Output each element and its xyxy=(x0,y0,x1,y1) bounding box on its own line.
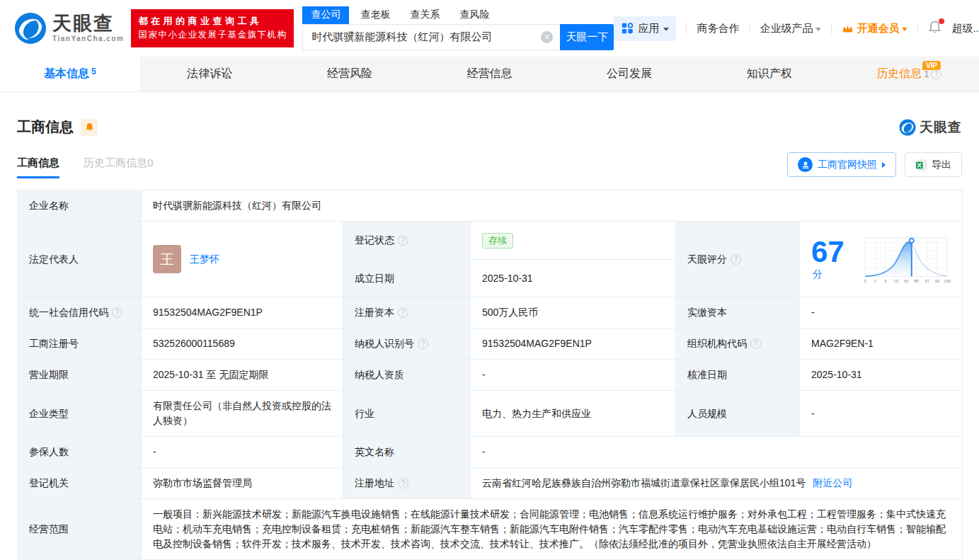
table-row: 法定代表人 王 王梦怀 登记状态? 存续 天眼评分? 67分 xyxy=(18,222,963,260)
watermark-logo: 天眼查 xyxy=(899,118,962,137)
status-badge: 存续 xyxy=(482,233,513,248)
svg-text:15: 15 xyxy=(893,279,898,283)
help-icon[interactable]: ? xyxy=(931,69,941,79)
tab-legal-litigation[interactable]: 法律诉讼 xyxy=(140,57,280,91)
table-row: 参保人数 - 英文名称 - xyxy=(18,437,963,468)
tab-intellectual-property[interactable]: 知识产权 xyxy=(699,57,840,91)
industry-value: 电力、热力生产和供应业 xyxy=(471,391,676,437)
help-icon[interactable]: ? xyxy=(398,235,408,246)
business-term-value: 2025-10-31 至 无固定期限 xyxy=(142,360,343,391)
business-scope-value: 一般项目：新兴能源技术研发；新能源汽车换电设施销售；在线能源计量技术研发；合同能… xyxy=(142,499,963,560)
apps-label: 应用 xyxy=(638,22,659,35)
svg-text:1: 1 xyxy=(874,279,876,283)
table-row: 工商注册号 532526000115689 纳税人识别号? 91532504MA… xyxy=(18,328,963,360)
registered-capital-value: 500万人民币 xyxy=(471,297,676,328)
logo-domain: TianYanCha.com xyxy=(52,35,124,42)
establish-date-label: 成立日期 xyxy=(343,260,471,297)
logo-text: 天眼查 TianYanCha.com xyxy=(52,14,124,42)
table-row: 统一社会信用代码? 91532504MAG2F9EN1P 注册资本? 500万人… xyxy=(18,297,963,328)
company-name-value: 时代骐骥新能源科技（红河）有限公司 xyxy=(142,190,963,222)
avatar[interactable]: 王 xyxy=(153,245,181,273)
staff-size-value: - xyxy=(800,391,963,437)
nav-divider xyxy=(686,23,687,34)
help-icon[interactable]: ? xyxy=(398,307,408,318)
apps-grid-icon xyxy=(621,22,634,35)
help-icon[interactable]: ? xyxy=(750,338,761,349)
export-button[interactable]: 导出 xyxy=(905,152,962,177)
bell-icon xyxy=(85,122,94,132)
score-distribution-chart: 0 1 3 15 50 85 97 99 100 xyxy=(861,231,951,287)
tab-basic-info[interactable]: 基本信息5 xyxy=(0,57,140,91)
nav-super-vip[interactable]: 超级... xyxy=(951,22,979,35)
company-tab-bar: 基本信息5 法律诉讼 经营风险 经营信息 公司发展 知识产权 历史信息1 ? V… xyxy=(0,57,979,92)
search-input[interactable] xyxy=(303,25,560,50)
search-button[interactable]: 天眼一下 xyxy=(560,24,614,50)
nav-divider xyxy=(917,23,918,34)
legal-rep-link[interactable]: 王梦怀 xyxy=(190,252,219,267)
paid-capital-value: - xyxy=(800,297,963,328)
chevron-down-icon xyxy=(902,28,908,31)
nav-cooperation[interactable]: 商务合作 xyxy=(697,22,739,35)
notification-dot xyxy=(939,18,944,24)
svg-text:50: 50 xyxy=(904,279,909,283)
registry-authority-label: 登记机关 xyxy=(18,468,142,499)
help-icon[interactable]: ? xyxy=(418,338,428,349)
chevron-down-icon xyxy=(663,28,669,31)
crown-icon xyxy=(842,23,854,34)
slogan-line1: 都在用的商业查询工具 xyxy=(138,14,287,28)
official-snapshot-button[interactable]: 工商官网快照 xyxy=(787,152,896,177)
subtab-history-business-info[interactable]: 历史工商信息0 xyxy=(84,156,153,178)
search-tab-relation[interactable]: 查关系 xyxy=(401,6,448,24)
apps-menu[interactable]: 应用 xyxy=(614,16,676,41)
legal-rep-cell: 王 王梦怀 xyxy=(142,222,343,297)
help-icon[interactable]: ? xyxy=(112,307,122,318)
industry-label: 行业 xyxy=(343,391,471,437)
stamp-icon xyxy=(798,157,813,172)
svg-text:99: 99 xyxy=(934,279,939,283)
subscribe-bell-button[interactable] xyxy=(81,119,98,136)
search-area: 查公司 查老板 查关系 查风险 ✕ 天眼一下 xyxy=(302,6,614,50)
nav-enterprise-products[interactable]: 企业级产品 xyxy=(760,22,821,35)
reg-number-value: 532526000115689 xyxy=(142,328,343,360)
business-term-label: 营业期限 xyxy=(18,360,142,391)
org-code-value: MAG2F9EN-1 xyxy=(800,328,963,360)
tab-operation-info[interactable]: 经营信息 xyxy=(420,57,560,91)
notifications-bell[interactable] xyxy=(928,21,941,37)
tab-company-development[interactable]: 公司发展 xyxy=(559,57,699,91)
tianyancha-logo-icon xyxy=(14,12,47,45)
company-name-label: 企业名称 xyxy=(18,190,142,222)
help-icon[interactable]: ? xyxy=(398,478,408,488)
chevron-down-icon xyxy=(815,28,821,31)
company-type-label: 企业类型 xyxy=(18,391,142,437)
search-tab-risk[interactable]: 查风险 xyxy=(451,6,498,24)
business-scope-label: 经营范围 xyxy=(18,499,142,560)
tianyancha-logo[interactable]: 天眼查 TianYanCha.com xyxy=(14,12,124,45)
paid-capital-label: 实缴资本 xyxy=(676,297,800,328)
approval-date-value: 2025-10-31 xyxy=(800,360,963,391)
help-icon[interactable]: ? xyxy=(731,254,741,265)
table-row: 登记机关 弥勒市市场监督管理局 注册地址? 云南省红河哈尼族彝族自治州弥勒市福城… xyxy=(18,468,963,499)
tab-operation-risk[interactable]: 经营风险 xyxy=(280,57,420,91)
svg-text:85: 85 xyxy=(914,279,919,283)
credit-code-value: 91532504MAG2F9EN1P xyxy=(142,297,343,328)
section-title: 工商信息 xyxy=(17,118,74,137)
tab-history-info[interactable]: 历史信息1 ? VIP xyxy=(839,57,979,91)
search-input-box: ✕ xyxy=(302,24,560,50)
svg-text:3: 3 xyxy=(884,279,887,283)
search-tab-company[interactable]: 查公司 xyxy=(302,6,349,24)
svg-text:0: 0 xyxy=(864,279,866,283)
nearby-companies-link[interactable]: 附近公司 xyxy=(813,477,852,488)
english-name-label: 英文名称 xyxy=(343,437,471,468)
nav-open-vip[interactable]: 开通会员 xyxy=(842,22,908,35)
business-info-table: 企业名称 时代骐骥新能源科技（红河）有限公司 法定代表人 王 王梦怀 登记状态?… xyxy=(17,190,963,560)
taxpayer-id-label: 纳税人识别号? xyxy=(343,328,471,360)
search-tab-boss[interactable]: 查老板 xyxy=(352,6,399,24)
table-row: 企业名称 时代骐骥新能源科技（红河）有限公司 xyxy=(18,190,963,222)
excel-icon xyxy=(915,159,927,171)
english-name-value: - xyxy=(471,437,963,468)
score-label: 天眼评分? xyxy=(676,222,800,297)
registered-capital-label: 注册资本? xyxy=(343,297,471,328)
subtab-business-info[interactable]: 工商信息 xyxy=(17,156,59,178)
taxpayer-id-value: 91532504MAG2F9EN1P xyxy=(471,328,676,360)
registered-address-label: 注册地址? xyxy=(343,468,471,499)
